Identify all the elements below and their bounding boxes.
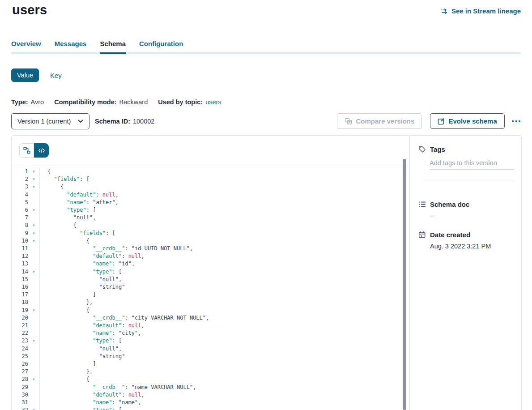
evolve-schema-button[interactable]: Evolve schema — [430, 113, 504, 129]
caret-spacer — [28, 245, 40, 252]
version-select[interactable]: Version 1 (current) — [11, 113, 89, 129]
vertical-scrollbar[interactable] — [403, 159, 406, 410]
code-text: "__crdb__": "name VARCHAR NULL", — [40, 384, 196, 391]
line-number: 21 — [12, 322, 28, 329]
tab-messages[interactable]: Messages — [55, 40, 87, 54]
line-number: 8 — [12, 222, 28, 229]
date-created-heading: Date created — [418, 231, 513, 239]
schema-panel: 1▼{2▼ "fields": [3▼ {4 "default": null,5… — [11, 135, 522, 410]
collapse-caret-icon[interactable]: ▼ — [28, 168, 40, 175]
line-number: 32 — [12, 406, 28, 410]
code-view-button[interactable] — [34, 143, 49, 158]
caret-spacer — [28, 260, 40, 268]
collapse-caret-icon[interactable]: ▼ — [28, 237, 40, 245]
collapse-caret-icon[interactable]: ▼ — [28, 337, 40, 345]
code-line: 24 "null", — [12, 345, 409, 353]
code-text: }, — [40, 299, 93, 306]
collapse-caret-icon[interactable]: ▼ — [28, 230, 40, 237]
code-text: "name": "id", — [40, 260, 135, 268]
schema-doc-heading: Schema doc — [418, 201, 513, 208]
code-line: 18 }, — [12, 299, 409, 306]
code-line: 26 ] — [12, 360, 409, 368]
collapse-caret-icon[interactable]: ▼ — [28, 175, 40, 183]
see-in-stream-lineage-link[interactable]: See in Stream lineage — [440, 7, 521, 15]
code-line: 6▼ "type": [ — [12, 206, 409, 214]
topic-link[interactable]: users — [205, 98, 221, 106]
tab-bar: OverviewMessagesSchemaConfiguration — [11, 40, 521, 54]
collapse-caret-icon[interactable]: ▼ — [28, 307, 40, 314]
code-line: 27 }, — [12, 368, 409, 376]
tab-schema[interactable]: Schema — [100, 40, 126, 54]
line-number: 11 — [12, 245, 28, 252]
code-text: "__crdb__": "city VARCHAR NOT NULL", — [40, 314, 209, 322]
type-value: Avro — [31, 98, 44, 106]
code-viewer: 1▼{2▼ "fields": [3▼ {4 "default": null,5… — [12, 166, 409, 410]
code-line: 22 "name": "city", — [12, 329, 409, 337]
code-line: 31 "name": "name", — [12, 399, 409, 406]
tree-view-button[interactable] — [19, 143, 34, 158]
code-line: 13 "name": "id", — [12, 260, 409, 268]
tab-configuration[interactable]: Configuration — [139, 40, 183, 54]
add-tags-input[interactable] — [430, 158, 514, 170]
code-text: "name": "name", — [40, 399, 141, 406]
code-line: 30 "default": null, — [12, 391, 409, 399]
caret-spacer — [28, 191, 40, 199]
more-options-button[interactable]: ••• — [511, 116, 523, 127]
collapse-caret-icon[interactable]: ▼ — [28, 222, 40, 229]
code-text: "null", — [40, 214, 96, 222]
schema-meta: Type:Avro Compatibility mode:Backward Us… — [11, 98, 221, 106]
compatibility-value: Backward — [119, 98, 148, 106]
collapse-caret-icon[interactable]: ▼ — [28, 406, 40, 410]
code-text: "type": [ — [40, 406, 122, 410]
key-toggle-button[interactable]: Key — [50, 72, 62, 79]
caret-spacer — [28, 345, 40, 353]
collapse-caret-icon[interactable]: ▼ — [28, 206, 40, 214]
code-text: }, — [40, 368, 93, 376]
code-line: 9▼ "fields": [ — [12, 230, 409, 237]
schema-doc-value: -- — [430, 212, 513, 219]
code-line: 21 "default": null, — [12, 322, 409, 329]
line-number: 18 — [12, 299, 28, 306]
line-number: 5 — [12, 199, 28, 206]
caret-spacer — [28, 291, 40, 299]
line-number: 24 — [12, 345, 28, 353]
compare-versions-button[interactable]: Compare versions — [337, 113, 422, 129]
tags-heading: Tags — [418, 145, 513, 153]
code-text: ] — [40, 360, 96, 368]
tab-overview[interactable]: Overview — [11, 40, 41, 54]
code-line: 29 "__crdb__": "name VARCHAR NULL", — [12, 384, 409, 391]
code-line: 2▼ "fields": [ — [12, 175, 409, 183]
calendar-icon — [418, 231, 426, 239]
caret-spacer — [28, 368, 40, 376]
view-toggle — [19, 143, 49, 158]
code-text: "default": null, — [40, 391, 145, 399]
line-number: 27 — [12, 368, 28, 376]
code-line: 7 "null", — [12, 214, 409, 222]
code-view-icon — [38, 148, 45, 153]
line-number: 20 — [12, 314, 28, 322]
code-text: "name": "after", — [40, 199, 119, 206]
caret-spacer — [28, 314, 40, 322]
caret-spacer — [28, 299, 40, 306]
line-number: 1 — [12, 168, 28, 175]
code-line: 28▼ { — [12, 376, 409, 383]
code-text: "__crdb__": "id UUID NOT NULL", — [40, 245, 193, 252]
collapse-caret-icon[interactable]: ▼ — [28, 268, 40, 276]
value-toggle-button[interactable]: Value — [11, 68, 39, 82]
code-text: "fields": [ — [40, 230, 115, 237]
tag-icon — [418, 145, 426, 153]
code-text: "string" — [40, 283, 125, 291]
stream-lineage-icon — [440, 8, 448, 14]
caret-spacer — [28, 199, 40, 206]
line-number: 23 — [12, 337, 28, 345]
collapse-caret-icon[interactable]: ▼ — [28, 376, 40, 383]
collapse-caret-icon[interactable]: ▼ — [28, 183, 40, 191]
line-number: 4 — [12, 191, 28, 199]
compatibility-label: Compatibility mode: — [54, 98, 116, 106]
sidebar-divider — [426, 180, 513, 180]
line-number: 9 — [12, 230, 28, 237]
code-line: 25 "string" — [12, 353, 409, 360]
code-line: 20 "__crdb__": "city VARCHAR NOT NULL", — [12, 314, 409, 322]
code-section: 1▼{2▼ "fields": [3▼ {4 "default": null,5… — [12, 136, 409, 410]
line-number: 3 — [12, 183, 28, 191]
